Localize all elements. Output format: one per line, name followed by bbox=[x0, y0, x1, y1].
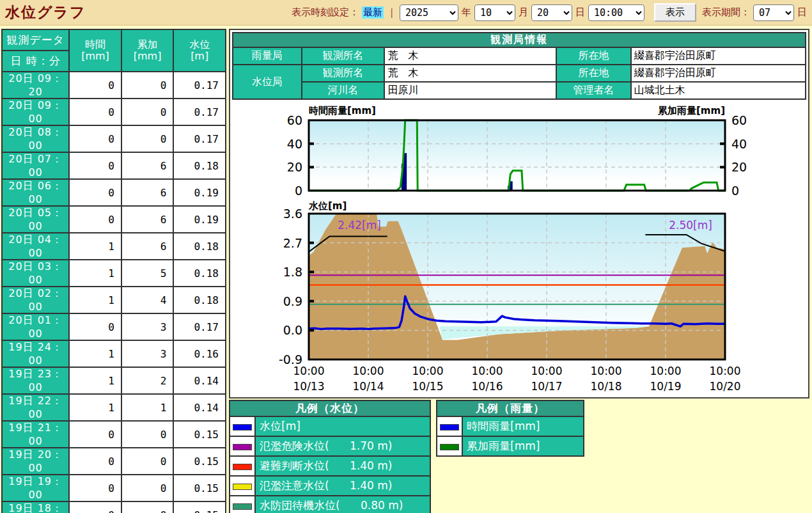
row-value: 1 bbox=[69, 394, 121, 421]
color-swatch bbox=[440, 424, 459, 430]
time-controls: 表示時刻設定： 最新 ｜ 2025 年 10 月 20 日 10:00 表示 表… bbox=[292, 3, 807, 22]
row-value: 0 bbox=[69, 152, 121, 179]
month-select[interactable]: 10 bbox=[474, 4, 515, 21]
color-swatch bbox=[233, 484, 252, 490]
legend-item: 氾濫注意水位( 1.40 m) bbox=[230, 476, 430, 496]
station-chart-panel: 観測局情報 雨量局 観測所名 荒 木 所在地 綴喜郡宇治田原町 水位局 観測所名… bbox=[229, 29, 809, 399]
row-value: 0 bbox=[69, 475, 121, 501]
row-time: 19日 18：00 bbox=[2, 501, 69, 513]
row-value: 0 bbox=[69, 501, 121, 513]
svg-text:10/16: 10/16 bbox=[472, 380, 503, 393]
station-info-title: 観測局情報 bbox=[233, 33, 806, 47]
row-value: 3 bbox=[121, 340, 174, 367]
legend-item: 水防団待機水位( 0.80 m) bbox=[230, 496, 430, 513]
row-time: 19日 20：00 bbox=[2, 448, 69, 475]
color-swatch bbox=[233, 464, 252, 470]
column-header-cumulative: 累加[mm] bbox=[121, 29, 174, 72]
color-swatch bbox=[233, 444, 252, 450]
row-time: 20日 04：00 bbox=[2, 233, 69, 260]
svg-text:40: 40 bbox=[731, 137, 747, 151]
row-value: 1 bbox=[69, 367, 121, 394]
legend-swatch bbox=[230, 416, 255, 436]
day-select[interactable]: 20 bbox=[531, 4, 572, 21]
table-row: 19日 21：00000.15 bbox=[2, 421, 226, 448]
row-time: 20日 09：20 bbox=[2, 72, 69, 99]
location-label: 所在地 bbox=[556, 47, 630, 65]
row-value: 0.17 bbox=[173, 125, 226, 152]
svg-text:0: 0 bbox=[731, 184, 739, 198]
legend-label: 累加雨量[mm] bbox=[462, 436, 584, 456]
svg-text:10:00: 10:00 bbox=[710, 365, 741, 377]
row-value: 1 bbox=[69, 233, 121, 260]
row-value: 1 bbox=[69, 287, 121, 313]
svg-text:10:00: 10:00 bbox=[472, 365, 503, 377]
river-label: 河川名 bbox=[302, 82, 385, 99]
row-value: 0.18 bbox=[173, 152, 226, 179]
svg-text:10:00: 10:00 bbox=[293, 365, 325, 377]
row-time: 19日 21：00 bbox=[2, 421, 69, 448]
svg-text:10/15: 10/15 bbox=[412, 380, 444, 393]
row-value: 0 bbox=[69, 421, 121, 448]
row-time: 20日 01：00 bbox=[2, 313, 69, 340]
legend-swatch bbox=[230, 476, 255, 496]
svg-text:20: 20 bbox=[287, 160, 302, 174]
table-row: 19日 19：00000.15 bbox=[2, 475, 226, 501]
svg-text:40: 40 bbox=[287, 137, 302, 151]
color-swatch bbox=[233, 503, 252, 510]
svg-text:2.50[m]: 2.50[m] bbox=[669, 219, 712, 232]
svg-text:10:00: 10:00 bbox=[650, 365, 682, 377]
svg-text:10:00: 10:00 bbox=[412, 365, 444, 377]
legend-label: 時間雨量[mm] bbox=[462, 416, 584, 436]
station-name-label: 観測所名 bbox=[302, 47, 385, 65]
legend-water-level: 凡例（水位） 水位[m]氾濫危険水位( 1.70 m)避難判断水位( 1.40 … bbox=[229, 400, 431, 513]
table-row: 20日 09：00000.17 bbox=[2, 99, 226, 125]
table-row: 20日 08：00000.17 bbox=[2, 125, 226, 152]
period-select[interactable]: 07 bbox=[753, 4, 794, 21]
year-select[interactable]: 2025 bbox=[400, 4, 458, 21]
rain-station-name: 荒 木 bbox=[384, 47, 556, 65]
row-value: 0 bbox=[121, 475, 174, 501]
row-time: 20日 07：00 bbox=[2, 152, 69, 179]
rain-station-label: 雨量局 bbox=[233, 47, 302, 65]
svg-text:2.7: 2.7 bbox=[283, 236, 302, 250]
level-station-name: 荒 木 bbox=[384, 65, 556, 82]
color-swatch bbox=[233, 424, 252, 430]
column-header-level: 水位[m] bbox=[173, 29, 226, 72]
legend-water-level-title: 凡例（水位） bbox=[230, 400, 430, 416]
water-level-chart: 2.42[m]2.50[m]3.62.71.80.90.0-0.9水位[m]10… bbox=[232, 201, 806, 393]
legend-item: 避難判断水位( 1.40 m) bbox=[230, 456, 430, 476]
row-value: 0.17 bbox=[173, 313, 226, 340]
legend-item: 水位[m] bbox=[230, 416, 430, 436]
legend-label: 氾濫注意水位( 1.40 m) bbox=[255, 476, 430, 496]
time-setting-label: 表示時刻設定： bbox=[292, 6, 359, 19]
table-row: 20日 01：00030.17 bbox=[2, 313, 226, 340]
time-select[interactable]: 10:00 bbox=[588, 4, 644, 21]
latest-toggle[interactable]: 最新 bbox=[362, 6, 384, 19]
location-label-2: 所在地 bbox=[556, 65, 630, 82]
row-time: 20日 02：00 bbox=[2, 287, 69, 313]
table-row: 20日 06：00060.19 bbox=[2, 179, 226, 206]
legend-label: 水位[m] bbox=[255, 416, 430, 436]
table-row: 20日 07：00060.18 bbox=[2, 152, 226, 179]
top-bar: 水位グラフ 表示時刻設定： 最新 ｜ 2025 年 10 月 20 日 10:0… bbox=[0, 0, 812, 26]
svg-text:時間雨量[mm]: 時間雨量[mm] bbox=[309, 105, 376, 116]
row-value: 2 bbox=[121, 367, 174, 394]
row-time: 20日 08：00 bbox=[2, 125, 69, 152]
show-button[interactable]: 表示 bbox=[654, 3, 696, 22]
month-unit: 月 bbox=[519, 6, 528, 19]
svg-text:10/20: 10/20 bbox=[710, 380, 741, 393]
svg-text:0.9: 0.9 bbox=[283, 294, 302, 308]
row-value: 0 bbox=[69, 206, 121, 233]
svg-text:60: 60 bbox=[287, 113, 302, 127]
table-row: 19日 22：00110.14 bbox=[2, 394, 226, 421]
separator: ｜ bbox=[387, 6, 396, 19]
legend-label: 避難判断水位( 1.40 m) bbox=[255, 456, 430, 476]
svg-text:10:00: 10:00 bbox=[531, 365, 563, 377]
row-value: 0 bbox=[69, 448, 121, 475]
svg-text:10/17: 10/17 bbox=[531, 380, 563, 393]
observation-table-subtitle: 日 時：分 bbox=[2, 51, 69, 72]
row-value: 1 bbox=[69, 260, 121, 287]
table-row: 19日 23：00120.14 bbox=[2, 367, 226, 394]
row-value: 0 bbox=[69, 125, 121, 152]
table-row: 20日 04：00160.18 bbox=[2, 233, 226, 260]
